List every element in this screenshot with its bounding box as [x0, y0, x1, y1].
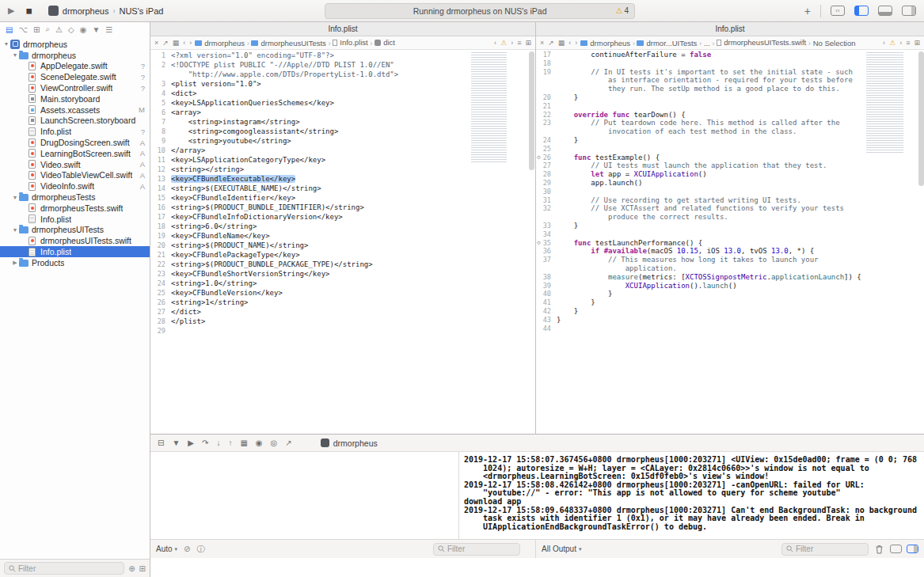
previous-issue-icon[interactable]: ‹ [494, 39, 496, 47]
tree-item[interactable]: drmorpheusTests.swift [0, 203, 150, 214]
add-item-icon[interactable]: ⊕ [128, 564, 135, 573]
line-number[interactable]: 13 [150, 174, 171, 184]
breadcrumb-item[interactable]: drmorpheus [195, 39, 245, 47]
tree-item[interactable]: Info.plist [0, 214, 150, 225]
line-number[interactable]: 18 [536, 59, 557, 68]
console-scope-menu[interactable]: All Output ▾ [542, 545, 581, 553]
test-diamond-icon[interactable]: ◇ [537, 239, 541, 248]
code-line[interactable]: 26<string>1</string> [150, 298, 535, 307]
simulate-location-icon[interactable]: ↗ [285, 438, 291, 447]
activity-view[interactable]: Running drmorpheus on NUS's iPad ⚠ 4 [325, 3, 635, 19]
variables-view[interactable] [150, 452, 459, 539]
variables-filter-field[interactable] [433, 543, 520, 556]
code-line[interactable]: 20<string>$(PRODUCT_NAME)</string> [150, 241, 535, 250]
minimap[interactable] [866, 52, 903, 154]
report-navigator-icon[interactable]: ☰ [105, 25, 112, 34]
variables-filter-input[interactable] [447, 545, 515, 553]
line-number[interactable]: 4 [150, 89, 171, 98]
code-line[interactable]: 29 [150, 326, 535, 336]
line-number[interactable]: 21 [150, 250, 171, 260]
tree-item[interactable]: Info.plist [0, 246, 150, 257]
code-line[interactable]: 33 } [536, 222, 924, 230]
tab-bar-left[interactable]: Info.plist [150, 22, 535, 36]
clear-console-icon[interactable] [875, 545, 884, 554]
code-line[interactable]: 42 } [536, 307, 924, 316]
show-variables-toggle[interactable] [890, 545, 902, 553]
source-editor-swift[interactable]: 17 continueAfterFailure = false1819 // I… [536, 50, 924, 434]
line-number[interactable]: 8 [150, 127, 171, 136]
environment-overrides-icon[interactable]: ◎ [271, 438, 278, 447]
next-issue-icon[interactable]: › [511, 39, 513, 47]
source-editor-plist[interactable]: 1<?xml version="1.0" encoding="UTF-8"?>2… [150, 50, 535, 434]
line-number[interactable]: 40 [536, 290, 557, 298]
line-number[interactable]: 20 [150, 241, 171, 250]
line-number[interactable]: 9 [150, 136, 171, 146]
hide-debug-area-icon[interactable]: ⊟ [158, 438, 164, 447]
source-control-navigator-icon[interactable]: ⌥ [18, 25, 28, 34]
line-number[interactable]: 14 [150, 184, 171, 193]
code-line[interactable]: 35◇ func testLaunchPerformance() { [536, 239, 924, 248]
code-line[interactable]: 41 } [536, 298, 924, 307]
code-line[interactable]: produce the correct results. [536, 213, 924, 222]
run-button[interactable]: ▶ [8, 6, 14, 16]
navigator-filter-input[interactable] [18, 564, 120, 573]
step-over-icon[interactable]: ↷ [202, 438, 208, 447]
stop-button[interactable]: ◼ [25, 6, 32, 15]
line-number[interactable]: 15 [150, 193, 171, 203]
code-line[interactable]: 23<key>CFBundleShortVersionString</key> [150, 269, 535, 279]
tree-item[interactable]: SceneDelegate.swift? [0, 71, 150, 82]
tree-item[interactable]: Assets.xcassetsM [0, 104, 150, 116]
run-destination[interactable]: NUS's iPad [119, 6, 163, 16]
add-editor-icon[interactable]: ⊞ [525, 39, 531, 47]
code-line[interactable]: 25<key>CFBundleVersion</key> [150, 288, 535, 298]
line-number[interactable]: 16 [150, 203, 171, 212]
editor-options-icon[interactable]: ≡ [906, 39, 910, 47]
line-number[interactable] [536, 264, 557, 273]
tab-info-plist[interactable]: Info.plist [328, 25, 357, 33]
editor-options-icon[interactable]: ≡ [517, 39, 521, 47]
line-number[interactable]: 7 [150, 117, 171, 127]
tree-item[interactable]: ▼drmorpheus [0, 50, 150, 61]
line-number[interactable] [536, 213, 557, 222]
line-number[interactable] [150, 70, 171, 79]
breadcrumb-item[interactable]: drmor...UITests [637, 39, 697, 47]
line-number[interactable]: 36 [536, 247, 557, 256]
breadcrumb-item[interactable]: Info.plist [333, 38, 367, 47]
tree-item[interactable]: LearningBotScreen.swiftA [0, 148, 150, 159]
line-number[interactable]: 38 [536, 273, 557, 282]
close-editor-icon[interactable]: × [540, 39, 544, 47]
code-line[interactable]: 24<string>1.0</string> [150, 279, 535, 288]
show-console-toggle[interactable] [907, 545, 918, 553]
code-line[interactable]: 19<key>CFBundleName</key> [150, 231, 535, 241]
tree-item[interactable]: DrugDosingScreen.swiftA [0, 137, 150, 148]
line-number[interactable]: 33 [536, 222, 557, 230]
issue-navigator-icon[interactable]: ⚠ [55, 25, 63, 34]
tree-item[interactable]: Main.storyboard [0, 93, 150, 104]
code-line[interactable]: 36 if #available(macOS 10.15, iOS 13.0, … [536, 247, 924, 256]
line-number[interactable]: 30 [536, 188, 557, 196]
line-number[interactable]: 41 [536, 298, 557, 307]
scrollbar[interactable] [918, 51, 924, 186]
line-number[interactable]: 3 [150, 79, 171, 89]
code-line[interactable]: 40 } [536, 290, 924, 298]
line-number[interactable]: 43 [536, 316, 557, 325]
tree-item[interactable]: ▼drmorpheusTests [0, 192, 150, 203]
step-out-icon[interactable]: ↑ [228, 438, 232, 447]
code-line[interactable]: 12<string></string> [150, 165, 535, 174]
line-number[interactable]: 27 [536, 161, 557, 170]
line-number[interactable]: 25 [536, 145, 557, 154]
code-line[interactable]: 30 [536, 188, 924, 196]
code-line[interactable]: 15<key>CFBundleIdentifier</key> [150, 193, 535, 203]
back-icon[interactable]: ‹ [183, 39, 185, 47]
disclosure-open-icon[interactable]: ▼ [11, 52, 19, 58]
line-number[interactable]: 31 [536, 196, 557, 205]
filter-recent-icon[interactable]: ⊞ [139, 564, 146, 573]
line-number[interactable]: 44 [536, 325, 557, 333]
line-number[interactable] [536, 127, 557, 136]
line-number[interactable]: 42 [536, 307, 557, 316]
code-line[interactable]: 28 let app = XCUIApplication() [536, 170, 924, 179]
scheme-selector[interactable]: drmorpheus › NUS's iPad [48, 6, 164, 16]
activate-breakpoints-icon[interactable]: ▼ [172, 438, 180, 447]
code-line[interactable]: 29 app.launch() [536, 179, 924, 188]
breadcrumb-item[interactable]: drmorpheus [580, 39, 630, 47]
